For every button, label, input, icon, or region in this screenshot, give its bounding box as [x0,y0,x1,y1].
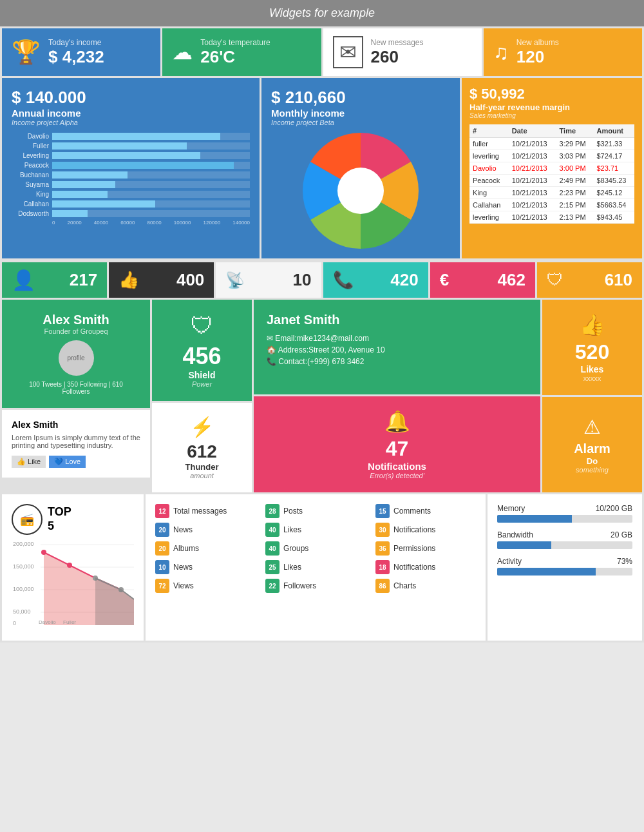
messages-card: ✉ New messages 260 [323,28,482,76]
warning-icon: ⚠ [583,416,601,438]
shield-big-icon: 🛡 [191,313,214,340]
income-value: $ 4,232 [48,47,104,67]
thunder-label: Thunder [185,462,219,472]
shield-sublabel: Power [192,380,212,388]
page-title-bar: Widgets for example [0,0,644,26]
table-row: Peacock10/21/20132:49 PM$8345.23 [469,175,634,187]
annual-income-widget: $ 140.000 Annual income Income project A… [2,78,260,258]
user-icon: 👤 [12,269,35,291]
calls-stat: 📞 420 [323,262,428,298]
monthly-title: Monthly income [271,108,450,119]
shield-widget: 🛡 456 Shield Power [152,300,252,401]
podcast-widget: 📻 TOP5 200,000 150,000 100,000 50,000 0 [2,494,144,641]
table-row: King10/21/20132:23 PM$245.12 [469,187,634,199]
podcast-icon: 📻 [12,504,43,535]
phone-icon: 📞 [333,270,354,290]
podcast-title: TOP5 [48,505,71,533]
alex-detail-card: Alex Smith Lorem Ipsum is simply dummy t… [2,410,150,478]
users-value: 217 [70,270,97,290]
list-item: 20 News [155,523,256,537]
bar-row-davolio: Davolio [12,133,250,140]
albums-value: 120 [516,47,559,67]
likes-stars: xxxxx [583,374,601,382]
bar-row-leverling: Leverling [12,152,250,159]
profile-section: Alex Smith Founder of Groupeq profile 10… [0,300,644,494]
cloud-icon: ☁ [172,40,193,64]
likes-widget: 👍 520 Likes xxxxx [542,300,642,395]
euro-icon: € [440,270,449,290]
janet-name: Janet Smith [267,313,527,327]
like-button[interactable]: 👍 Like [12,456,46,468]
monthly-subtitle: Income project Beta [271,119,450,126]
calls-value: 420 [390,270,418,290]
users-stat: 👤 217 [2,262,107,298]
activity-label: Activity [497,557,522,566]
line-chart: 200,000 150,000 100,000 50,000 0 Davolio… [12,538,134,628]
love-button[interactable]: 💙 Love [49,456,86,468]
bar-row-buchanan: Buchanan [12,171,250,179]
bandwidth-info: 20 GB [611,530,632,539]
shield-thunder-col: 🛡 456 Shield Power ⚡ 612 Thunder amount [152,300,252,492]
list-item: 40 Likes [265,523,366,537]
thunder-sublabel: amount [190,472,214,479]
list-item: 22 Followers [265,579,366,593]
table-row: leverling10/21/20132:13 PM$943.45 [469,211,634,224]
alex-smith-section: Alex Smith Founder of Groupeq profile 10… [2,300,150,492]
list-item: 36 Permissions [375,541,476,556]
alex-name: Alex Smith [15,313,137,327]
notif-label: Notifications [368,461,426,472]
contact-notif-col: Janet Smith ✉ Email:mike1234@mail.com 🏠 … [254,300,540,492]
svg-text:200,000: 200,000 [13,541,34,547]
temperature-card: ☁ Today's temperature 26'C [162,28,321,76]
shield-stat: 🛡 610 [537,262,642,298]
shield-value: 610 [605,270,632,290]
annual-title: Annual income [12,108,250,119]
likes-number: 520 [575,340,609,364]
temp-value: 26'C [200,47,270,67]
svg-text:0: 0 [13,620,16,626]
table-row: Callahan10/21/20132:15 PM$5663.54 [469,199,634,211]
list-item: 15 Comments [375,504,476,518]
page-title: Widgets for example [269,6,375,19]
mid-stats-row: 👤 217 👍 400 📡 10 📞 420 € 462 🛡 610 [0,260,644,300]
likes-label: Likes [581,364,604,374]
janet-contact: 📞 Contact:(+999) 678 3462 [267,357,527,366]
alarm-sub: Do [587,456,598,466]
memory-info: 10/200 GB [596,504,632,513]
pie-chart [303,133,419,249]
list-item: 40 Groups [265,541,366,556]
thumbsup-icon: 👍 [118,270,139,290]
annual-subtitle: Income project Alpha [12,119,250,126]
thunder-number: 612 [187,441,217,462]
main-income-section: $ 140.000 Annual income Income project A… [0,78,644,260]
bar-row-peacock: Peacock [12,162,250,169]
thunder-icon: ⚡ [190,416,214,438]
revenue-amount: $ 50,992 [469,86,634,102]
alex-stats: 100 Tweets | 350 Following | 610 Followe… [15,381,137,395]
table-row: leverling10/21/20133:03 PM$724.17 [469,150,634,162]
janet-contact-card: Janet Smith ✉ Email:mike1234@mail.com 🏠 … [254,300,540,394]
svg-point-0 [337,168,384,214]
thunder-widget: ⚡ 612 Thunder amount [152,403,252,492]
likes-alarm-col: 👍 520 Likes xxxxx ⚠ Alarm Do something [542,300,642,492]
notif-number: 47 [386,437,409,461]
janet-address: 🏠 Address:Street 200, Avenue 10 [267,345,527,354]
rss-stat: 📡 10 [216,262,321,298]
annual-amount: $ 140.000 [12,88,250,108]
list-item: 20 Albums [155,541,256,556]
likes-stat: 👍 400 [109,262,214,298]
thumbsup-big-icon: 👍 [580,313,605,337]
list-item: 25 Likes [265,560,366,574]
list-item: 18 Notifications [375,560,476,574]
bar-row-suyama: Suyama [12,181,250,188]
bar-row-fuller: Fuller [12,142,250,150]
shield-icon: 🛡 [547,270,564,290]
music-icon: ♫ [493,41,509,64]
list-item: 72 Views [155,579,256,593]
albums-card: ♫ New albums 120 [484,28,642,76]
memory-resource: Memory 10/200 GB [497,504,632,523]
table-row-davolio: Davolio10/21/20133:00 PM$23.71 [469,162,634,175]
bottom-section: 📻 TOP5 200,000 150,000 100,000 50,000 0 [0,494,644,643]
bar-row-dodsworth: Dodsworth [12,210,250,217]
revenue-title: Half-year revenue margin [469,102,634,112]
